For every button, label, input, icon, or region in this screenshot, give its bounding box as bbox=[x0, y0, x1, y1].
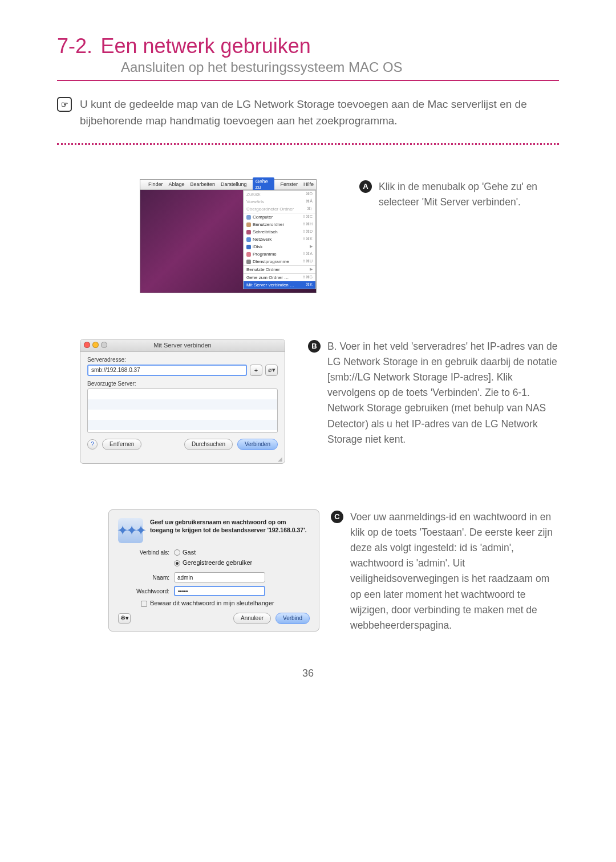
step-a-row: Finder Ablage Bearbeiten Darstellung Geh… bbox=[57, 179, 559, 293]
menu-fenster[interactable]: Fenster bbox=[280, 181, 298, 187]
menu-item[interactable]: Computer⇧⌘C bbox=[244, 213, 315, 221]
history-button[interactable]: ⌀▾ bbox=[265, 365, 278, 376]
favorites-list[interactable] bbox=[87, 388, 278, 433]
server-address-input[interactable]: smb://192.168.0.37 bbox=[87, 365, 247, 376]
verbind-button[interactable]: Verbind bbox=[275, 613, 310, 624]
intro-text: U kunt de gedeelde map van de LG Network… bbox=[80, 96, 559, 129]
menu-item[interactable]: Schreibtisch⇧⌘D bbox=[244, 228, 315, 236]
menu-item[interactable]: Vorwärts⌘Å bbox=[244, 198, 315, 205]
mac-menubar: Finder Ablage Bearbeiten Darstellung Geh… bbox=[140, 180, 316, 190]
menu-item[interactable]: Benutzte Ordner▶ bbox=[244, 266, 315, 273]
minimize-icon[interactable] bbox=[92, 342, 99, 348]
options-button[interactable]: ✻▾ bbox=[118, 613, 131, 624]
menu-item[interactable]: Mit Server verbinden …⌘K bbox=[244, 281, 315, 289]
menu-bearbeiten[interactable]: Bearbeiten bbox=[191, 181, 216, 187]
name-input[interactable]: admin bbox=[174, 572, 265, 582]
resize-grip-icon[interactable]: ◢ bbox=[80, 456, 285, 463]
gehezu-dropdown: Zurück⌘OVorwärts⌘ÅÜbergeordneter Ordner⌘… bbox=[243, 190, 316, 289]
guest-radio[interactable]: Gast bbox=[174, 549, 196, 556]
registered-radio[interactable]: Geregistreerde gebruiker bbox=[174, 559, 252, 566]
registered-label: Geregistreerde gebruiker bbox=[183, 559, 252, 566]
step-b-text: B. Voer in het veld 'serveradres' het IP… bbox=[327, 339, 559, 447]
menu-item[interactable]: Übergeordneter Ordner⌘↑ bbox=[244, 205, 315, 213]
password-input[interactable]: ••••• bbox=[174, 586, 265, 596]
badge-a: A bbox=[359, 180, 372, 193]
badge-b: B bbox=[308, 340, 321, 353]
note-icon: ☞ bbox=[57, 97, 72, 112]
step-c-row: ✦✦✦ Geef uw gebruikersnaam en wachtwoord… bbox=[57, 509, 559, 633]
menu-item[interactable]: Dienstprogramme⇧⌘U bbox=[244, 258, 315, 265]
add-favorite-button[interactable]: + bbox=[250, 365, 262, 376]
dialog-b-titlebar: Mit Server verbinden bbox=[80, 339, 285, 352]
zoom-icon bbox=[101, 342, 107, 348]
heading-block: 7-2. Een netwerk gebruiken Aansluiten op… bbox=[57, 34, 559, 75]
figure-c: ✦✦✦ Geef uw gebruikersnaam en wachtwoord… bbox=[83, 509, 319, 632]
browse-button[interactable]: Durchsuchen bbox=[184, 439, 233, 450]
heading-rule bbox=[57, 80, 559, 81]
page-number: 36 bbox=[57, 667, 559, 679]
menu-item[interactable]: iDisk▶ bbox=[244, 243, 315, 250]
section-number: 7-2. bbox=[57, 34, 92, 58]
step-a-text: Klik in de menubalk op 'Gehe zu' en sele… bbox=[379, 179, 559, 210]
step-c-text: Voer uw aanmeldings-id en wachtwoord in … bbox=[350, 509, 559, 633]
section-subtitle: Aansluiten op het besturingssysteem MAC … bbox=[121, 59, 559, 75]
figure-a: Finder Ablage Bearbeiten Darstellung Geh… bbox=[108, 179, 348, 293]
menu-hilfe[interactable]: Hilfe bbox=[303, 181, 314, 187]
section-title: Een netwerk gebruiken bbox=[101, 34, 311, 58]
menu-ablage[interactable]: Ablage bbox=[169, 181, 185, 187]
connect-button[interactable]: Verbinden bbox=[237, 439, 278, 450]
figure-b: Mit Server verbinden Serveradresse: smb:… bbox=[57, 339, 297, 464]
badge-c: C bbox=[331, 511, 343, 523]
auth-message: Geef uw gebruikersnaam en wachtwoord op … bbox=[150, 518, 310, 543]
cancel-button[interactable]: Annuleer bbox=[233, 613, 271, 624]
name-label: Naam: bbox=[118, 574, 169, 581]
remember-checkbox[interactable]: Bewaar dit wachtwoord in mijn sleutelhan… bbox=[141, 600, 274, 607]
menu-finder[interactable]: Finder bbox=[148, 181, 163, 187]
guest-label: Gast bbox=[183, 549, 196, 556]
menu-item[interactable]: Netzwerk⇧⌘K bbox=[244, 236, 315, 243]
favorites-label: Bevorzugte Server: bbox=[87, 381, 278, 387]
remember-label: Bewaar dit wachtwoord in mijn sleutelhan… bbox=[150, 600, 274, 606]
menu-item[interactable]: Programme⇧⌘A bbox=[244, 250, 315, 258]
auth-icon: ✦✦✦ bbox=[118, 518, 143, 543]
intro-row: ☞ U kunt de gedeelde map van de LG Netwo… bbox=[57, 96, 559, 129]
menu-darstellung[interactable]: Darstellung bbox=[221, 181, 247, 187]
help-button[interactable]: ? bbox=[87, 439, 98, 450]
remove-button[interactable]: Entfernen bbox=[102, 439, 141, 450]
dotted-divider bbox=[57, 143, 559, 145]
close-icon[interactable] bbox=[84, 342, 90, 348]
menu-item[interactable]: Benutzerordner⇧⌘H bbox=[244, 221, 315, 228]
dialog-b-title: Mit Server verbinden bbox=[153, 342, 212, 349]
password-label: Wachtwoord: bbox=[118, 588, 169, 594]
menu-gehezu[interactable]: Gehe zu bbox=[253, 177, 275, 191]
step-b-row: Mit Server verbinden Serveradresse: smb:… bbox=[57, 339, 559, 464]
menu-item[interactable]: Zurück⌘O bbox=[244, 191, 315, 198]
menu-item[interactable]: Gehe zum Ordner …⇧⌘G bbox=[244, 274, 315, 281]
address-label: Serveradresse: bbox=[87, 357, 278, 363]
connect-as-label: Verbind als: bbox=[118, 549, 169, 556]
